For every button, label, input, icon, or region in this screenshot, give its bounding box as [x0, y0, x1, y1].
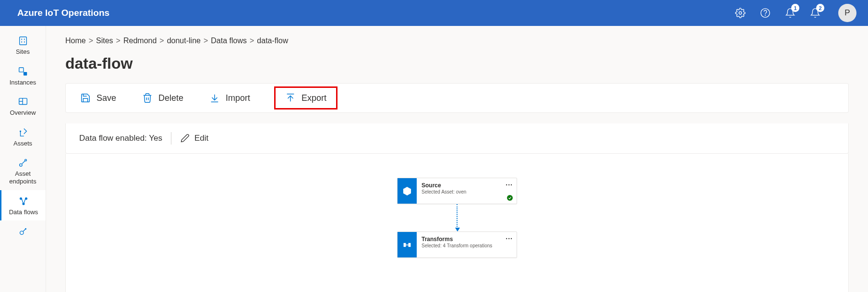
node-subtitle: Selected: 4 Transform operations — [422, 243, 512, 248]
sidebar-label: Data flows — [9, 208, 38, 216]
status-text: Data flow enabled: Yes — [79, 134, 162, 143]
svg-rect-9 — [23, 72, 26, 75]
avatar[interactable]: P — [838, 4, 856, 22]
notification-icon-2[interactable]: 2 — [809, 7, 821, 19]
svg-point-14 — [19, 164, 22, 167]
transforms-icon — [398, 232, 417, 257]
sidebar-label: Overview — [10, 109, 36, 117]
sidebar-label: Sites — [16, 48, 30, 56]
divider — [171, 132, 171, 145]
breadcrumb-current: data-flow — [257, 36, 288, 45]
breadcrumb-redmond[interactable]: Redmond — [123, 36, 157, 45]
cube-icon — [398, 178, 417, 204]
svg-rect-8 — [19, 67, 23, 72]
connector-arrow — [457, 204, 458, 231]
svg-rect-26 — [409, 243, 410, 246]
sidebar-item-more[interactable] — [0, 220, 46, 242]
svg-point-0 — [739, 12, 742, 14]
breadcrumb-sites[interactable]: Sites — [96, 36, 113, 45]
app-header: Azure IoT Operations 1 2 P — [0, 0, 868, 26]
toolbar: Save Delete Import Export — [65, 83, 849, 113]
node-source[interactable]: Source Selected Asset: oven ··· — [397, 178, 517, 204]
sidebar-item-asset-endpoints[interactable]: Asset endpoints — [0, 152, 46, 190]
svg-point-15 — [24, 159, 26, 161]
save-label: Save — [96, 93, 116, 103]
svg-point-13 — [20, 131, 21, 132]
help-icon[interactable] — [760, 7, 771, 19]
main-content: Home> Sites> Redmond> donut-line> Data f… — [46, 26, 868, 292]
svg-point-18 — [23, 203, 24, 205]
sidebar-item-overview[interactable]: Overview — [0, 91, 46, 122]
node-transforms[interactable]: Transforms Selected: 4 Transform operati… — [397, 231, 517, 258]
header-icons: 1 2 P — [735, 4, 856, 22]
flow-canvas[interactable]: Source Selected Asset: oven ··· Transfor… — [65, 154, 849, 292]
sidebar-label: Assets — [13, 140, 32, 147]
sidebar-label: Asset endpoints — [2, 170, 44, 185]
breadcrumb-home[interactable]: Home — [65, 36, 86, 45]
delete-label: Delete — [158, 93, 183, 103]
export-label: Export — [301, 93, 326, 103]
svg-point-2 — [765, 15, 766, 15]
node-subtitle: Selected Asset: oven — [422, 189, 512, 195]
sidebar: Sites Instances Overview Assets Asset en… — [0, 26, 46, 292]
edit-label: Edit — [194, 134, 208, 143]
import-button[interactable]: Import — [209, 93, 250, 103]
app-title: Azure IoT Operations — [17, 8, 735, 18]
breadcrumb-data-flows[interactable]: Data flows — [211, 36, 247, 45]
badge-count-2: 2 — [816, 4, 824, 12]
node-title: Transforms — [422, 236, 512, 243]
breadcrumb: Home> Sites> Redmond> donut-line> Data f… — [65, 36, 849, 45]
status-bar: Data flow enabled: Yes Edit — [65, 123, 849, 154]
more-icon[interactable]: ··· — [506, 235, 513, 243]
svg-point-19 — [20, 231, 23, 234]
sidebar-item-assets[interactable]: Assets — [0, 122, 46, 152]
sidebar-item-sites[interactable]: Sites — [0, 30, 46, 61]
badge-count-1: 1 — [791, 4, 799, 12]
delete-button[interactable]: Delete — [142, 93, 183, 103]
more-icon[interactable]: ··· — [506, 181, 513, 189]
sidebar-item-instances[interactable]: Instances — [0, 61, 46, 91]
settings-icon[interactable] — [735, 7, 746, 19]
edit-button[interactable]: Edit — [180, 134, 208, 143]
svg-rect-25 — [404, 243, 405, 246]
node-title: Source — [422, 182, 512, 189]
export-button[interactable]: Export — [274, 86, 338, 110]
import-label: Import — [226, 93, 250, 103]
sidebar-item-data-flows[interactable]: Data flows — [0, 190, 46, 221]
notification-icon-1[interactable]: 1 — [784, 7, 796, 19]
svg-rect-3 — [19, 37, 26, 45]
svg-point-1 — [761, 9, 770, 17]
page-title: data-flow — [65, 55, 849, 73]
save-button[interactable]: Save — [80, 93, 116, 103]
check-icon — [507, 195, 513, 201]
breadcrumb-donut-line[interactable]: donut-line — [167, 36, 201, 45]
sidebar-label: Instances — [10, 79, 36, 86]
